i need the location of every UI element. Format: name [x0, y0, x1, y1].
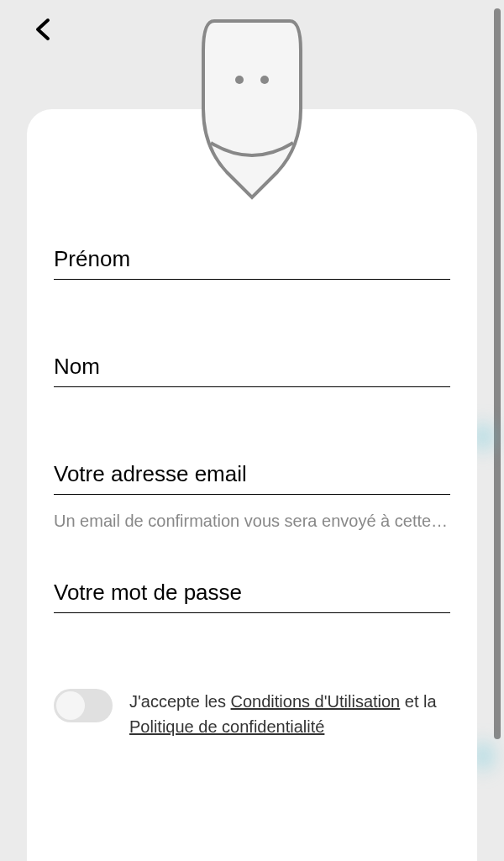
first-name-input[interactable] [54, 239, 450, 280]
signup-card: Un email de confirmation vous sera envoy… [27, 109, 477, 861]
terms-middle: et la [400, 692, 436, 711]
email-input[interactable] [54, 454, 450, 495]
terms-text: J'accepte les Conditions d'Utilisation e… [129, 689, 450, 739]
last-name-group [54, 347, 450, 387]
scrollbar[interactable] [494, 8, 501, 739]
password-input[interactable] [54, 573, 450, 613]
privacy-policy-link[interactable]: Politique de confidentialité [129, 717, 324, 736]
email-group: Un email de confirmation vous sera envoy… [54, 454, 450, 531]
svg-point-0 [235, 76, 244, 84]
terms-section: J'accepte les Conditions d'Utilisation e… [54, 689, 450, 739]
mascot-icon [185, 17, 319, 205]
first-name-group [54, 239, 450, 280]
terms-of-use-link[interactable]: Conditions d'Utilisation [231, 692, 401, 711]
email-helper-text: Un email de confirmation vous sera envoy… [54, 512, 450, 531]
back-button[interactable] [34, 17, 52, 45]
password-group [54, 573, 450, 613]
toggle-knob [56, 691, 85, 720]
chevron-left-icon [34, 17, 52, 42]
accept-terms-toggle[interactable] [54, 689, 113, 722]
terms-intro: J'accepte les [129, 692, 231, 711]
last-name-input[interactable] [54, 347, 450, 387]
svg-point-1 [260, 76, 269, 84]
